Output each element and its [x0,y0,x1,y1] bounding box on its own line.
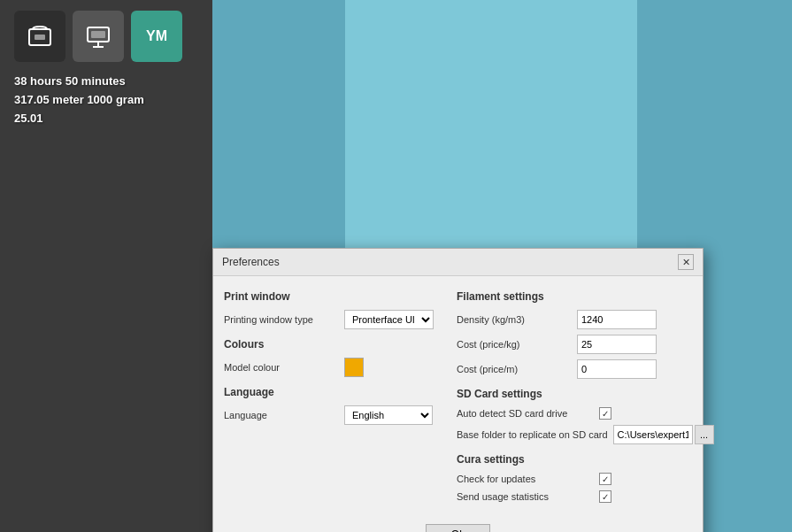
language-label: Language [224,410,339,420]
stat-line1: 38 hours 50 minutes [14,73,144,91]
cura-header: Cura settings [457,453,700,466]
model-colour-row: Model colour [224,358,439,377]
language-select[interactable]: English German French Spanish [344,405,433,425]
ok-button-row: Ok [213,519,703,532]
icon-ym-label: YM [146,28,167,44]
print-window-header: Print window [224,290,439,303]
left-panel: YM 38 hours 50 minutes 317.05 meter 1000… [0,0,212,532]
icon-ym[interactable]: YM [131,11,182,62]
preferences-dialog: Preferences ✕ Print window Printing wind… [212,248,704,532]
cost-kg-row: Cost (price/kg) [457,335,700,354]
stat-line2: 317.05 meter 1000 gram [14,91,144,110]
right-column-dialog: Filament settings Density (kg/m3) Cost (… [457,287,700,508]
svg-rect-5 [91,31,105,38]
printing-window-row: Printing window type Pronterface UI Stan… [224,310,439,329]
auto-detect-row: Auto detect SD card drive [457,407,700,420]
base-folder-row: Base folder to replicate on SD card ... [457,425,700,444]
svg-rect-1 [35,35,45,40]
icon-bucket[interactable] [14,11,65,62]
stats-block: 38 hours 50 minutes 317.05 meter 1000 gr… [14,73,144,127]
base-folder-input[interactable] [613,425,693,444]
printing-window-select[interactable]: Pronterface UI Standard UI [344,310,434,329]
check-updates-checkbox[interactable] [599,473,611,485]
model-colour-swatch[interactable] [344,358,364,377]
density-input[interactable] [577,310,657,329]
ok-button[interactable]: Ok [426,524,490,532]
dialog-body: Print window Printing window type Pronte… [213,276,703,519]
path-row: ... [613,425,714,444]
density-row: Density (kg/m3) [457,310,700,329]
left-column: Print window Printing window type Pronte… [224,287,439,508]
dialog-titlebar: Preferences ✕ [213,249,703,276]
auto-detect-label: Auto detect SD card drive [457,408,594,419]
language-header: Language [224,386,439,398]
right-column [345,0,637,248]
check-updates-row: Check for updates [457,473,700,485]
auto-detect-checkbox[interactable] [599,407,611,420]
check-updates-label: Check for updates [457,474,594,484]
cost-m-row: Cost (price/m) [457,359,700,379]
cost-kg-input[interactable] [577,335,657,354]
browse-button[interactable]: ... [695,425,714,444]
stat-line3: 25.01 [14,110,144,128]
icon-monitor[interactable] [73,11,124,62]
colours-header: Colours [224,338,439,351]
send-usage-checkbox[interactable] [599,490,611,503]
base-folder-label: Base folder to replicate on SD card [457,429,608,440]
cost-m-input[interactable] [577,359,657,379]
cost-m-label: Cost (price/m) [457,364,572,374]
icons-row: YM [14,11,182,62]
send-usage-row: Send usage statistics [457,490,700,503]
send-usage-label: Send usage statistics [457,491,594,502]
density-label: Density (kg/m3) [457,314,572,325]
close-button[interactable]: ✕ [678,254,694,270]
model-colour-label: Model colour [224,362,339,373]
filament-header: Filament settings [457,290,700,303]
printing-window-label: Printing window type [224,314,339,325]
language-row: Language English German French Spanish [224,405,439,425]
dialog-title: Preferences [222,256,280,268]
sd-card-header: SD Card settings [457,388,700,400]
cost-kg-label: Cost (price/kg) [457,339,572,350]
